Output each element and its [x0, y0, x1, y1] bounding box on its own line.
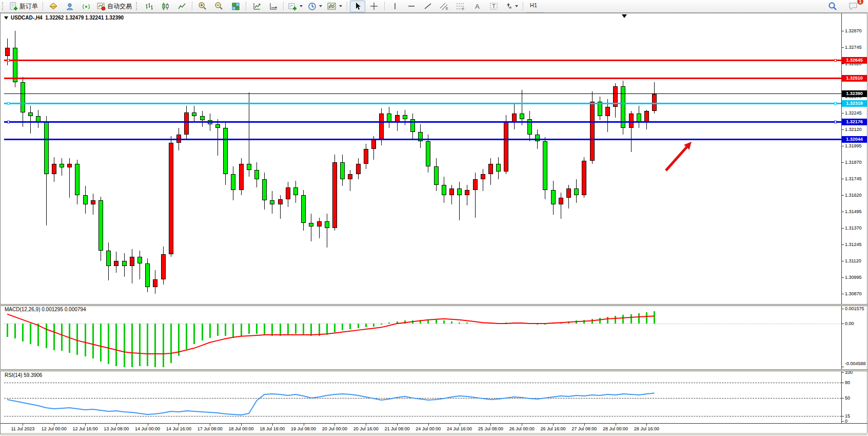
price-tick-label: 1.32120	[845, 127, 862, 132]
vertical-line-icon	[391, 2, 399, 10]
line-handle[interactable]	[7, 121, 10, 123]
trendline-tool[interactable]	[420, 1, 436, 12]
chat-button[interactable]: 1	[845, 1, 861, 12]
macd-histogram-bar	[591, 319, 593, 324]
timeframe-h1[interactable]: H1	[526, 1, 544, 12]
macd-histogram-bar	[217, 324, 219, 336]
macd-histogram-bar	[115, 324, 117, 366]
candle	[590, 102, 595, 161]
line-handle[interactable]	[7, 102, 10, 105]
indicator-list-button[interactable]	[249, 1, 264, 12]
price-tick-label: 1.31870	[845, 160, 862, 165]
horizontal-line-tool[interactable]	[404, 1, 419, 12]
date-label: 26 Jul 16:00	[540, 426, 565, 431]
macd-histogram-bar	[630, 314, 632, 324]
indicator-window-button[interactable]	[265, 1, 281, 12]
new-order-label: 新订单	[19, 2, 38, 11]
candle	[473, 179, 478, 189]
bar-chart-button[interactable]	[141, 1, 156, 12]
candle	[403, 115, 407, 119]
equidistant-channel-tool[interactable]: E	[437, 1, 452, 12]
clock-icon	[308, 2, 317, 11]
add-indicator-button[interactable]	[286, 1, 305, 12]
text-label-tool[interactable]: T	[486, 1, 501, 12]
tile-windows-button[interactable]	[228, 1, 243, 12]
macd-histogram-bar	[303, 324, 304, 335]
macd-histogram-bar	[232, 324, 234, 338]
line-handle[interactable]	[834, 102, 837, 105]
candle	[442, 185, 446, 195]
macd-panel-splitter[interactable]	[0, 304, 868, 306]
candle	[582, 161, 586, 195]
candle	[122, 261, 127, 266]
date-label: 18 Jul 16:00	[260, 426, 285, 431]
horizontal-line-object[interactable]	[4, 121, 841, 123]
collapse-triangle-icon[interactable]	[4, 16, 8, 20]
macd-histogram-bar	[22, 324, 24, 342]
macd-histogram-bar	[178, 324, 180, 356]
signal-button[interactable]	[78, 1, 94, 12]
cursor-tool-button[interactable]	[350, 1, 365, 12]
dropdown-caret[interactable]	[339, 5, 342, 7]
macd-histogram-bar	[37, 324, 39, 346]
candle	[371, 140, 376, 149]
macd-histogram-bar	[248, 324, 250, 334]
macd-histogram-bar	[373, 324, 374, 327]
macd-histogram-bar	[342, 324, 343, 330]
horizontal-line-object[interactable]	[4, 78, 841, 79]
autotrade-button[interactable]: 自动交易	[95, 1, 134, 12]
metaeditor-button[interactable]	[46, 1, 61, 12]
rsi-panel-header: RSI(14) 59.3906	[5, 372, 42, 378]
date-label: 13 Jul 08:00	[104, 426, 129, 431]
candle	[247, 164, 251, 170]
line-handle[interactable]	[834, 59, 837, 62]
application-window: { "toolbar": { "new_order_label": "新订单",…	[0, 0, 868, 436]
dropdown-caret[interactable]	[515, 5, 518, 7]
line-chart-button[interactable]	[174, 1, 189, 12]
macd-histogram-bar	[638, 313, 640, 324]
zoom-out-button[interactable]	[211, 1, 227, 12]
line-chart-icon	[177, 2, 186, 11]
macd-zero-line	[4, 324, 841, 324]
macd-histogram-bar	[443, 320, 445, 324]
macd-histogram-bar	[186, 324, 187, 349]
candle	[145, 263, 150, 287]
macd-histogram-bar	[7, 324, 8, 337]
candle	[286, 187, 290, 199]
search-button[interactable]	[825, 1, 840, 12]
macd-histogram-bar	[92, 324, 94, 358]
macd-histogram-bar	[69, 324, 70, 353]
dropdown-caret[interactable]	[300, 5, 303, 7]
arrows-tool[interactable]	[502, 1, 520, 12]
zoom-in-button[interactable]	[195, 1, 210, 12]
period-button[interactable]	[306, 1, 324, 12]
line-handle[interactable]	[7, 59, 10, 62]
candlestick-chart-button[interactable]	[157, 1, 173, 12]
candle	[356, 164, 361, 174]
candle	[457, 188, 462, 195]
dropdown-caret[interactable]	[319, 5, 322, 7]
crosshair-tool-button[interactable]	[366, 1, 382, 12]
navigator-button[interactable]	[62, 1, 77, 12]
template-button[interactable]	[325, 1, 344, 12]
new-order-button[interactable]: 新订单	[7, 1, 40, 12]
horizontal-line-object[interactable]	[4, 103, 841, 104]
vertical-line-tool[interactable]	[387, 1, 403, 12]
text-tool[interactable]: A	[469, 1, 485, 12]
toolbar-right: 1	[825, 1, 868, 12]
text-icon: A	[474, 2, 481, 10]
chart-shift-marker[interactable]	[622, 14, 627, 18]
window-bottom-edge	[1, 433, 867, 435]
macd-histogram-bar	[14, 324, 16, 338]
price-tick-label: 1.31620	[845, 193, 862, 198]
horizontal-line-object[interactable]	[4, 139, 841, 140]
macd-histogram-bar	[514, 323, 515, 324]
candle	[301, 195, 306, 223]
fibonacci-tool[interactable]: F	[453, 1, 468, 12]
notification-badge: 1	[857, 0, 863, 5]
line-handle[interactable]	[834, 121, 837, 123]
date-axis-line	[1, 423, 867, 424]
rsi-panel-splitter[interactable]	[0, 369, 868, 371]
horizontal-line-object[interactable]	[4, 60, 841, 61]
candle	[566, 188, 571, 198]
